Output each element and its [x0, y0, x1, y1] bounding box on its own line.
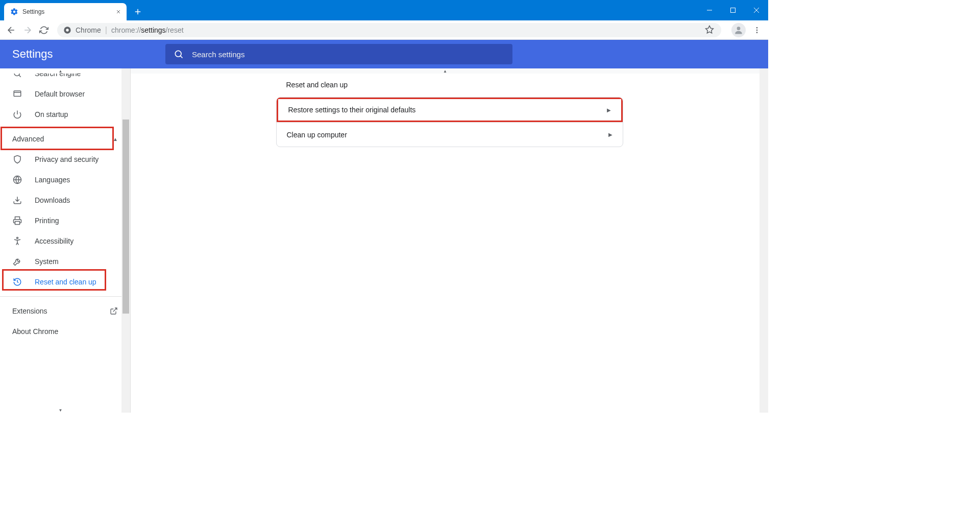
- svg-point-7: [175, 51, 181, 57]
- printer-icon: [12, 216, 22, 226]
- row-label: Restore settings to their original defau…: [288, 106, 416, 114]
- sidebar-item-label: Reset and clean up: [35, 278, 96, 286]
- gear-icon: [10, 8, 18, 16]
- window-titlebar: Settings: [0, 0, 768, 20]
- row-restore-defaults[interactable]: Restore settings to their original defau…: [277, 98, 623, 122]
- svg-rect-11: [15, 222, 20, 225]
- sidebar-item-on-startup[interactable]: On startup: [0, 104, 130, 125]
- row-label: Clean up computer: [287, 131, 347, 139]
- globe-icon: [12, 175, 22, 185]
- reload-button[interactable]: [37, 23, 51, 37]
- sidebar-item-label: Downloads: [35, 196, 70, 204]
- sidebar-item-languages[interactable]: Languages: [0, 170, 130, 190]
- scroll-up-icon[interactable]: ▲: [0, 68, 121, 74]
- profile-button[interactable]: [731, 23, 746, 37]
- close-window-button[interactable]: [745, 0, 768, 20]
- sidebar-item-default-browser[interactable]: Default browser: [0, 84, 130, 104]
- minimize-button[interactable]: [698, 0, 721, 20]
- sidebar-item-label: System: [35, 257, 59, 266]
- back-button[interactable]: [4, 23, 18, 37]
- sidebar-item-reset[interactable]: Reset and clean up: [0, 272, 130, 292]
- sidebar-item-label: Languages: [35, 176, 70, 184]
- svg-point-3: [737, 27, 741, 30]
- scroll-down-icon[interactable]: ▼: [0, 408, 121, 413]
- settings-header: Settings Search settings: [0, 40, 768, 68]
- sidebar-item-label: On startup: [35, 110, 68, 118]
- maximize-button[interactable]: [721, 0, 745, 20]
- kebab-menu-button[interactable]: [750, 23, 764, 37]
- scroll-up-icon[interactable]: ▲: [131, 68, 760, 74]
- address-bar[interactable]: Chrome | chrome://settings/reset: [57, 23, 721, 37]
- new-tab-button[interactable]: [131, 5, 145, 19]
- wrench-icon: [12, 256, 22, 267]
- advanced-label: Advanced: [12, 135, 44, 143]
- tab-title: Settings: [22, 8, 114, 15]
- sidebar-item-label: About Chrome: [12, 327, 58, 336]
- search-placeholder: Search settings: [192, 50, 244, 59]
- svg-point-2: [66, 29, 68, 31]
- page-title: Settings: [12, 47, 165, 61]
- chrome-icon: [63, 26, 71, 34]
- sidebar-item-label: Printing: [35, 217, 59, 225]
- sidebar-item-printing[interactable]: Printing: [0, 210, 130, 231]
- sidebar-item-label: Accessibility: [35, 237, 74, 245]
- external-link-icon: [110, 307, 118, 315]
- close-tab-button[interactable]: [114, 8, 122, 16]
- url-origin: Chrome: [76, 26, 101, 34]
- sidebar-item-system[interactable]: System: [0, 251, 130, 272]
- main-scrollbar[interactable]: [760, 68, 768, 413]
- url-divider: |: [105, 26, 107, 35]
- sidebar-item-about[interactable]: About Chrome: [0, 321, 130, 342]
- power-icon: [12, 109, 22, 120]
- svg-point-4: [756, 27, 758, 29]
- scrollbar-thumb[interactable]: [122, 120, 129, 314]
- section-title: Reset and clean up: [276, 81, 623, 89]
- chevron-right-icon: ▶: [607, 107, 611, 113]
- svg-point-12: [17, 237, 18, 239]
- browser-tab[interactable]: Settings: [4, 3, 127, 20]
- svg-point-5: [756, 29, 758, 31]
- sidebar-advanced-toggle[interactable]: Advanced ▲: [0, 129, 130, 149]
- url-text: chrome://settings/reset: [111, 26, 184, 34]
- chevron-right-icon: ▶: [608, 132, 612, 137]
- sidebar-item-label: Privacy and security: [35, 155, 99, 163]
- browser-toolbar: Chrome | chrome://settings/reset: [0, 20, 768, 40]
- window-controls: [698, 0, 768, 20]
- settings-card: Restore settings to their original defau…: [276, 97, 623, 147]
- sidebar-item-downloads[interactable]: Downloads: [0, 190, 130, 210]
- sidebar-item-label: Default browser: [35, 90, 85, 98]
- svg-rect-0: [731, 8, 736, 13]
- sidebar-item-accessibility[interactable]: Accessibility: [0, 231, 130, 251]
- svg-rect-9: [14, 91, 21, 97]
- browser-icon: [12, 89, 22, 99]
- shield-icon: [12, 154, 22, 164]
- accessibility-icon: [12, 236, 22, 246]
- svg-point-6: [756, 32, 758, 33]
- download-icon: [12, 195, 22, 205]
- main-content: ▲ Reset and clean up Restore settings to…: [131, 68, 768, 413]
- chevron-up-icon: ▲: [113, 136, 118, 142]
- forward-button[interactable]: [20, 23, 35, 37]
- sidebar-item-privacy[interactable]: Privacy and security: [0, 149, 130, 170]
- search-icon: [174, 49, 184, 59]
- sidebar-item-label: Extensions: [12, 307, 47, 315]
- bookmark-button[interactable]: [705, 25, 715, 35]
- sidebar-item-extensions[interactable]: Extensions: [0, 301, 130, 321]
- sidebar-scrollbar[interactable]: [121, 68, 130, 413]
- row-clean-up[interactable]: Clean up computer ▶: [277, 122, 623, 147]
- search-settings-input[interactable]: Search settings: [165, 44, 512, 64]
- sidebar: ▲ Search engine Default browser On start…: [0, 68, 131, 413]
- divider: [0, 296, 130, 297]
- restore-icon: [12, 277, 22, 287]
